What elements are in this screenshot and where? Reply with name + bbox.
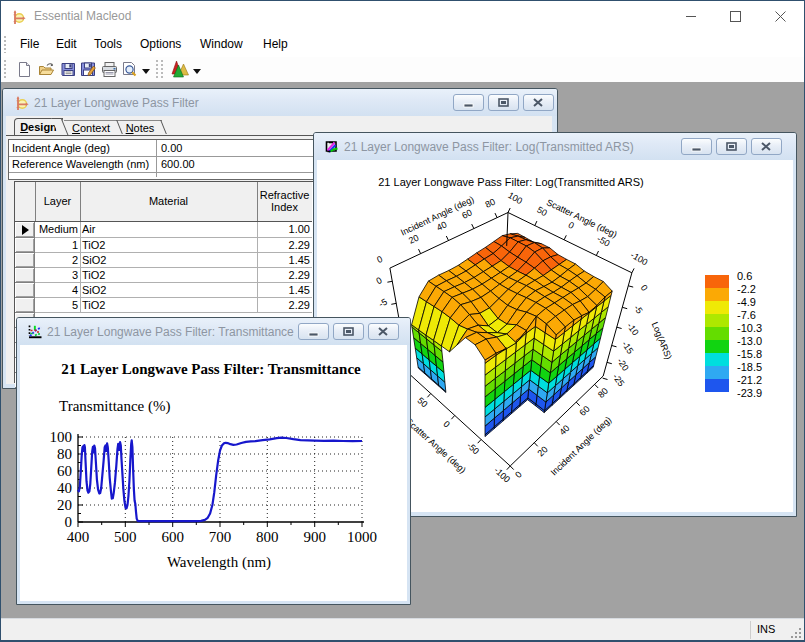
svg-text:500: 500 [114, 529, 137, 545]
svg-text:800: 800 [256, 529, 279, 545]
svg-text:Log(ARS): Log(ARS) [650, 320, 674, 360]
svg-text:700: 700 [209, 529, 232, 545]
svg-text:21 Layer Longwave Pass Filter:: 21 Layer Longwave Pass Filter: Transmitt… [61, 361, 361, 377]
svg-text:80: 80 [57, 446, 72, 462]
svg-text:80: 80 [484, 197, 497, 210]
svg-text:-5: -5 [632, 303, 645, 315]
svg-text:0: 0 [65, 514, 73, 530]
svg-text:600: 600 [161, 529, 184, 545]
svg-text:Scatter Angle (deg): Scatter Angle (deg) [545, 197, 619, 239]
svg-text:40: 40 [57, 480, 72, 496]
svg-text:400: 400 [67, 529, 90, 545]
svg-text:-10: -10 [625, 321, 641, 337]
svg-text:-5: -5 [377, 297, 389, 310]
svg-text:0: 0 [567, 220, 576, 231]
svg-text:20: 20 [57, 497, 72, 513]
svg-text:-100: -100 [492, 465, 512, 484]
svg-text:0: 0 [639, 283, 650, 293]
svg-text:0: 0 [441, 419, 451, 430]
svg-text:60: 60 [578, 404, 592, 418]
svg-text:-100: -100 [629, 250, 650, 268]
svg-text:100: 100 [50, 429, 73, 445]
svg-text:0: 0 [375, 254, 384, 265]
svg-text:-25: -25 [611, 372, 627, 388]
svg-text:Scatter Angle (deg): Scatter Angle (deg) [404, 416, 468, 475]
svg-text:0: 0 [375, 275, 384, 286]
svg-text:100: 100 [506, 190, 524, 206]
svg-text:-20: -20 [615, 356, 631, 372]
svg-text:20: 20 [536, 444, 550, 458]
svg-text:60: 60 [57, 463, 72, 479]
svg-text:0: 0 [513, 469, 524, 480]
svg-text:Transmittance (%): Transmittance (%) [59, 398, 171, 415]
svg-text:Wavelength (nm): Wavelength (nm) [167, 554, 271, 571]
svg-text:900: 900 [303, 529, 326, 545]
svg-text:1000: 1000 [347, 529, 377, 545]
svg-text:-15: -15 [620, 339, 636, 355]
